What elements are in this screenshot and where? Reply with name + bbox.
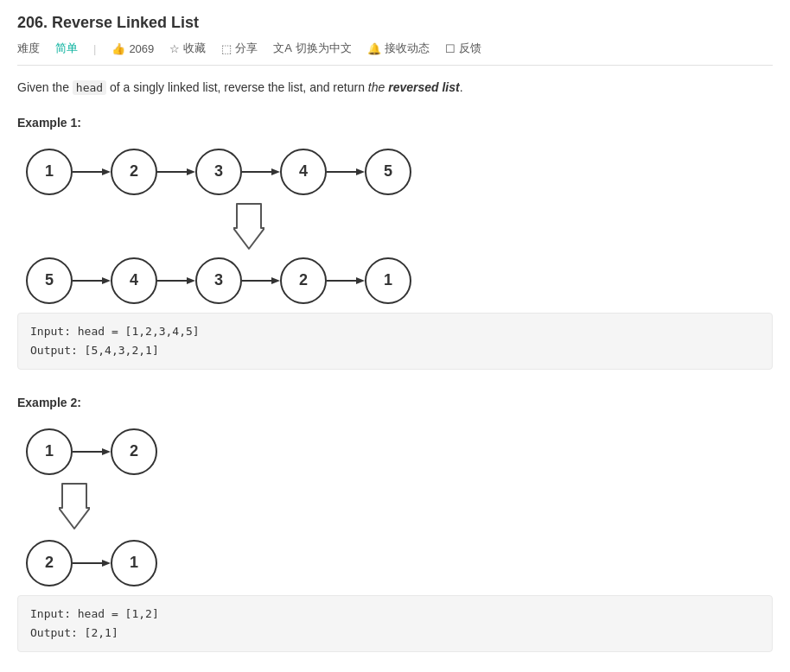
example2-transform-arrow: [26, 482, 773, 533]
arrow-1-2: [73, 165, 111, 179]
difficulty-value: 简单: [55, 41, 78, 56]
feedback-label: 反馈: [459, 41, 481, 56]
arrow-3-4: [242, 165, 280, 179]
likes-button[interactable]: 👍 2069: [111, 42, 154, 55]
svg-marker-19: [59, 484, 90, 529]
svg-marker-12: [187, 277, 195, 284]
arrow-r5-4: [73, 274, 111, 288]
svg-marker-1: [102, 168, 111, 175]
svg-marker-8: [233, 204, 264, 249]
ex2-arrow-r2-1: [73, 556, 111, 570]
arrow-4-5: [327, 165, 365, 179]
arrow-r2-1: [327, 274, 365, 288]
ex2-arrow-1-2: [73, 445, 111, 459]
feedback-icon: ☐: [445, 42, 456, 55]
collect-label: 收藏: [183, 41, 206, 56]
translate-button[interactable]: 文A 切换为中文: [273, 41, 352, 56]
node-r1: 1: [365, 257, 411, 304]
problem-description: Given the head of a singly linked list, …: [17, 78, 773, 98]
likes-count: 2069: [129, 42, 154, 55]
ex2-node-r2: 2: [26, 540, 73, 586]
example1-output-text: Output: [5,4,3,2,1]: [30, 341, 760, 360]
example1-input-text: Input: head = [1,2,3,4,5]: [30, 322, 760, 341]
example1-input-list: 1 2 3 4 5: [26, 149, 773, 195]
ex2-node-1: 1: [26, 428, 73, 475]
ex2-down-arrow-hollow-icon: [59, 482, 90, 530]
example1-title: Example 1:: [17, 116, 773, 130]
page-title: 206. Reverse Linked List: [17, 14, 773, 32]
svg-marker-16: [356, 277, 365, 284]
translate-icon: 文A: [273, 41, 292, 56]
example2-block: Example 2: 1 2 2 1 Input: h: [17, 396, 773, 652]
subscribe-label: 接收动态: [385, 41, 430, 56]
example2-input-list: 1 2: [26, 428, 773, 475]
node-2: 2: [111, 149, 157, 195]
svg-marker-7: [356, 168, 365, 175]
node-r4: 4: [111, 257, 157, 304]
ex2-node-r1: 1: [111, 540, 157, 586]
example1-code-box: Input: head = [1,2,3,4,5] Output: [5,4,3…: [17, 313, 773, 370]
node-r3: 3: [195, 257, 242, 304]
example2-code-box: Input: head = [1,2] Output: [2,1]: [17, 595, 773, 652]
node-4: 4: [280, 149, 327, 195]
node-3: 3: [195, 149, 242, 195]
arrow-2-3: [157, 165, 195, 179]
example2-output-list: 2 1: [26, 540, 773, 586]
example1-block: Example 1: 1 2 3 4 5: [17, 116, 773, 370]
node-r2: 2: [280, 257, 327, 304]
difficulty-label: 难度: [17, 41, 40, 56]
star-icon: ☆: [169, 42, 180, 55]
arrow-r4-3: [157, 274, 195, 288]
node-1: 1: [26, 149, 73, 195]
svg-marker-5: [271, 168, 280, 175]
svg-marker-18: [102, 448, 111, 455]
svg-marker-3: [187, 168, 195, 175]
example1-output-list: 5 4 3 2 1: [26, 257, 773, 304]
example2-diagram: 1 2 2 1: [17, 420, 773, 586]
share-icon: ⬚: [221, 42, 232, 55]
code-head: head: [73, 80, 106, 95]
node-5: 5: [365, 149, 411, 195]
example1-diagram: 1 2 3 4 5: [17, 140, 773, 304]
ex2-node-2: 2: [111, 428, 157, 475]
svg-marker-10: [102, 277, 111, 284]
example2-input-text: Input: head = [1,2]: [30, 605, 760, 624]
arrow-r3-2: [242, 274, 280, 288]
feedback-button[interactable]: ☐ 反馈: [445, 41, 481, 56]
example2-output-text: Output: [2,1]: [30, 624, 760, 643]
thumb-up-icon: 👍: [111, 42, 125, 55]
svg-marker-14: [271, 277, 280, 284]
share-label: 分享: [235, 41, 258, 56]
node-r5: 5: [26, 257, 73, 304]
down-arrow-hollow-icon: [233, 202, 264, 250]
toolbar: 难度 简单 | 👍 2069 ☆ 收藏 ⬚ 分享 文A 切换为中文 🔔 接收动态…: [17, 41, 773, 66]
example2-title: Example 2:: [17, 396, 773, 409]
example1-transform-arrow: [26, 202, 773, 250]
svg-marker-21: [102, 560, 111, 567]
translate-label: 切换为中文: [296, 41, 352, 56]
bell-icon: 🔔: [367, 42, 381, 55]
subscribe-button[interactable]: 🔔 接收动态: [367, 41, 430, 56]
share-button[interactable]: ⬚ 分享: [221, 41, 258, 56]
collect-button[interactable]: ☆ 收藏: [169, 41, 206, 56]
